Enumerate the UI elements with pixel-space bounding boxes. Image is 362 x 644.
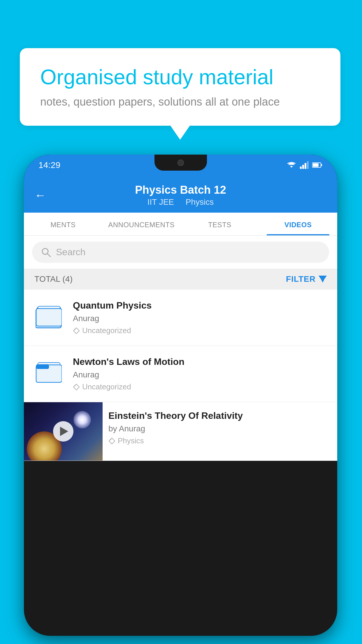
filter-icon — [319, 275, 327, 283]
status-bar: 14:29 — [24, 155, 337, 176]
phone-wrapper: 14:29 — [24, 155, 337, 636]
video-tag-2: Uncategorized — [73, 382, 328, 391]
tab-tests[interactable]: TESTS — [181, 213, 259, 235]
video-title-2: Newton's Laws of Motion — [73, 356, 328, 367]
play-button[interactable] — [53, 421, 73, 442]
svg-point-22 — [110, 439, 111, 440]
tab-ments[interactable]: MENTS — [24, 213, 102, 235]
svg-rect-7 — [313, 163, 319, 167]
list-item[interactable]: Newton's Laws of Motion Anurag Uncategor… — [24, 346, 337, 402]
folder-thumb-2 — [33, 356, 65, 388]
status-icons — [287, 161, 323, 169]
phone-inner: 14:29 — [24, 155, 337, 636]
filter-button[interactable]: FILTER — [286, 274, 327, 284]
folder-icon — [36, 360, 62, 385]
svg-rect-2 — [302, 165, 304, 169]
video-info-1: Quantum Physics Anurag Uncategorized — [73, 300, 328, 335]
signal-icon — [300, 161, 309, 169]
total-count: TOTAL (4) — [34, 274, 73, 284]
video-info-3: Einstein's Theory Of Relativity by Anura… — [103, 402, 337, 454]
video-list: Quantum Physics Anurag Uncategorized — [24, 290, 337, 461]
back-button[interactable]: ← — [34, 189, 46, 202]
svg-rect-20 — [36, 364, 49, 369]
tab-announcements[interactable]: ANNOUNCEMENTS — [102, 213, 181, 235]
svg-point-21 — [74, 385, 75, 386]
video-title-3: Einstein's Theory Of Relativity — [108, 410, 331, 421]
svg-line-9 — [48, 254, 50, 257]
header-title: Physics Batch 12 — [135, 184, 226, 196]
video-title-1: Quantum Physics — [73, 300, 328, 311]
video-author-3: by Anurag — [108, 424, 331, 433]
phone-notch — [154, 155, 207, 171]
list-item[interactable]: Einstein's Theory Of Relativity by Anura… — [24, 402, 337, 461]
tag-icon — [73, 327, 80, 334]
header-center: Physics Batch 12 IIT JEE Physics — [135, 184, 226, 207]
play-triangle-icon — [60, 427, 68, 436]
speech-bubble: Organised study material notes, question… — [20, 48, 340, 126]
list-item[interactable]: Quantum Physics Anurag Uncategorized — [24, 290, 337, 346]
svg-marker-0 — [290, 166, 293, 168]
video-author-1: Anurag — [73, 314, 328, 323]
search-bar-wrap: Search — [24, 236, 337, 269]
svg-rect-3 — [305, 163, 306, 169]
header-tags: IIT JEE Physics — [135, 197, 226, 207]
tag-iitjee: IIT JEE — [147, 197, 174, 206]
filter-bar: TOTAL (4) FILTER — [24, 269, 337, 290]
svg-rect-1 — [300, 167, 302, 169]
bubble-subtitle: notes, question papers, solutions all at… — [40, 96, 320, 108]
tab-videos[interactable]: VIDEOS — [259, 213, 337, 235]
folder-thumb-1 — [33, 300, 65, 332]
svg-marker-10 — [319, 276, 327, 283]
battery-icon — [312, 162, 323, 168]
video-thumbnail — [24, 402, 103, 461]
tag-icon — [73, 384, 80, 391]
status-time: 14:29 — [38, 160, 60, 170]
video-info-2: Newton's Laws of Motion Anurag Uncategor… — [73, 356, 328, 391]
svg-rect-16 — [36, 309, 62, 326]
wifi-icon — [287, 161, 296, 169]
tag-physics: Physics — [186, 197, 214, 206]
tab-bar: MENTS ANNOUNCEMENTS TESTS VIDEOS — [24, 213, 337, 236]
video-tag-1: Uncategorized — [73, 326, 328, 335]
app-header: ← Physics Batch 12 IIT JEE Physics — [24, 176, 337, 213]
tag-icon — [108, 438, 115, 444]
phone-frame: 14:29 — [24, 155, 337, 636]
bubble-title: Organised study material — [40, 66, 320, 89]
video-tag-3: Physics — [108, 436, 331, 445]
svg-point-17 — [74, 329, 75, 330]
search-bar[interactable]: Search — [32, 242, 329, 263]
search-placeholder: Search — [56, 247, 85, 258]
search-icon — [41, 247, 51, 258]
svg-rect-6 — [321, 164, 322, 166]
svg-rect-4 — [307, 161, 309, 169]
camera-dot — [178, 160, 184, 166]
folder-icon — [36, 304, 62, 329]
video-author-2: Anurag — [73, 370, 328, 379]
